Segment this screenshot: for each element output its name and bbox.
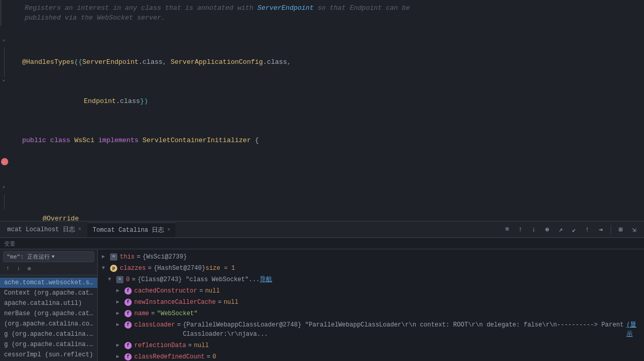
- var-this[interactable]: ▶ = this = {WsSci@2739}: [98, 251, 644, 263]
- expand-clazzes-icon[interactable]: ▼: [102, 264, 108, 273]
- fold-icon-1[interactable]: ▾: [2, 37, 6, 44]
- var-name-this: this: [120, 252, 135, 262]
- var-val-this: {WsSci@2739}: [142, 252, 187, 262]
- var-eq-this: =: [137, 252, 140, 262]
- separator-1: [611, 225, 611, 234]
- stack-item-7[interactable]: cessorImpl (sun.reflect): [0, 350, 97, 360]
- var-reflection-data[interactable]: ▶ f reflectionData = null: [98, 340, 644, 351]
- var-eq-clazzes: =: [148, 264, 151, 273]
- expand-redefined-icon[interactable]: ▶: [116, 352, 122, 361]
- expand-new-instance-icon[interactable]: ▶: [116, 298, 122, 307]
- down-toolbar-btn[interactable]: ↓: [528, 224, 540, 235]
- export-toolbar-btn[interactable]: ↗: [555, 224, 566, 235]
- var-name-cached: cachedConstructor: [134, 286, 197, 296]
- var-eq-reflection: =: [188, 341, 192, 350]
- var-val-clazzes-size: size = 1: [205, 264, 235, 273]
- navigate-link[interactable]: 导航: [260, 275, 272, 284]
- var-eq-redefined: =: [207, 352, 210, 361]
- fold-line-2: [4, 194, 5, 210]
- paren-1: (: [74, 57, 78, 67]
- tab-close-1[interactable]: ×: [78, 227, 81, 232]
- var-icon-new-instance: f: [124, 299, 132, 306]
- filter-toolbar-btn[interactable]: ⊛: [542, 224, 553, 235]
- debug-dropdown-btn[interactable]: "me": 正在运行 ▼: [3, 251, 94, 262]
- expand-classloader-icon[interactable]: ▶: [116, 320, 122, 330]
- var-val-new-instance: null: [224, 298, 239, 307]
- var-val-reflection: null: [194, 341, 209, 350]
- code-line-3: public class WsSci implements ServletCon…: [18, 135, 644, 145]
- var-clazzes[interactable]: ▼ p clazzes = {HashSet@2740} size = 1: [98, 263, 644, 274]
- var-redefined-count[interactable]: ▶ f classRedefinedCount = 0: [98, 351, 644, 361]
- fold-icon-2[interactable]: ▾: [2, 77, 6, 84]
- var-eq-0: =: [132, 275, 135, 284]
- var-icon-name: f: [124, 310, 132, 317]
- stack-item-6[interactable]: g (org.apache.catalina.startup): [0, 339, 97, 350]
- var-val-name: "WebSocket": [157, 309, 198, 318]
- var-icon-cached: f: [124, 287, 132, 295]
- var-val-0: {Class@2743} "class WebSocket"...: [137, 275, 260, 284]
- var-name-redefined: classRedefinedCount: [134, 352, 205, 361]
- var-val-clazzes: {HashSet@2740}: [154, 264, 206, 273]
- current-line-arrow: →: [2, 159, 5, 165]
- var-icon-reflection: f: [124, 342, 132, 349]
- fold-icon-3[interactable]: ▾: [2, 184, 6, 191]
- stack-item-0[interactable]: ache.tomcat.websocket.server): [0, 278, 97, 288]
- comment-text: Registers an interest in any class that …: [25, 4, 257, 12]
- var-name-reflection: reflectionData: [134, 341, 186, 350]
- var-classloader[interactable]: ▶ f classLoader = {ParallelWebappClassLo…: [98, 319, 644, 340]
- tab-close-2[interactable]: ×: [167, 227, 170, 233]
- var-name-0: 0: [126, 275, 130, 284]
- code-line-1: @HandlesTypes({ServerEndpoint.class, Ser…: [18, 55, 644, 67]
- var-cached-constructor[interactable]: ▶ f cachedConstructor = null: [98, 285, 644, 297]
- server-endpoint-link[interactable]: ServerEndpoint: [257, 4, 313, 12]
- var-name-new-instance: newInstanceCallerCache: [134, 298, 216, 307]
- expand2-toolbar-btn[interactable]: ⇲: [629, 224, 640, 235]
- expand-cached-icon[interactable]: ▶: [116, 286, 122, 296]
- tab-bar: mcat Localhost 日志 × Tomcat Catalina 日志 ×…: [0, 221, 644, 238]
- step-over-down-btn[interactable]: ↓: [14, 264, 23, 273]
- call-stack-list: ache.tomcat.websocket.server) Context (o…: [0, 276, 98, 361]
- fold-line-1: [4, 47, 5, 77]
- up2-toolbar-btn[interactable]: ↑: [582, 224, 593, 235]
- dropdown-label: "me": 正在运行: [7, 253, 50, 261]
- var-val-classloader: {ParallelWebappClassLoader@2748} "Parall…: [183, 320, 626, 339]
- var-clazzes-0[interactable]: ▼ = 0 = {Class@2743} "class WebSocket"..…: [98, 274, 644, 285]
- tab-catalina-log[interactable]: Tomcat Catalina 日志 ×: [87, 222, 175, 237]
- var-new-instance[interactable]: ▶ f newInstanceCallerCache = null: [98, 297, 644, 308]
- annotation-1: @HandlesTypes: [22, 57, 74, 67]
- var-eq-name: =: [151, 309, 155, 318]
- stack-item-4[interactable]: (org.apache.catalina.core): [0, 319, 97, 329]
- stack-item-5[interactable]: g (org.apache.catalina.core): [0, 329, 97, 339]
- step-over-up-btn[interactable]: ↑: [3, 264, 12, 273]
- var-eq-classloader: =: [177, 320, 181, 330]
- var-icon-this: =: [110, 253, 117, 261]
- expand-class-icon[interactable]: ▼: [108, 275, 114, 284]
- classloader-show-link[interactable]: (显示: [627, 320, 640, 339]
- stack-item-2[interactable]: apache.catalina.util): [0, 298, 97, 308]
- stack-item-1[interactable]: Context (org.apache.catalina.core: [0, 288, 97, 298]
- nav-toolbar-btn[interactable]: ⇥: [595, 224, 606, 235]
- expand-this-icon[interactable]: ▶: [102, 252, 108, 262]
- var-icon-redefined: f: [124, 353, 132, 360]
- table-toolbar-btn[interactable]: ⊞: [615, 224, 627, 235]
- var-name-classloader: classLoader: [134, 320, 175, 330]
- tab-localhost-log[interactable]: mcat Localhost 日志 ×: [2, 222, 86, 237]
- debug-dropdown-area: "me": 正在运行 ▼ ↑ ↓ ⊘: [0, 249, 97, 276]
- list-toolbar-btn[interactable]: ≡: [502, 224, 513, 235]
- var-icon-clazzes: p: [110, 265, 117, 272]
- code-line-5: @Override: [18, 214, 644, 221]
- expand-name-icon[interactable]: ▶: [116, 309, 122, 318]
- expand-reflection-icon[interactable]: ▶: [116, 341, 122, 350]
- code-editor: Registers an interest in any class that …: [0, 0, 644, 221]
- variables-section: "me": 正在运行 ▼ ↑ ↓ ⊘ ache.tomcat.websocket…: [0, 249, 644, 361]
- import-toolbar-btn[interactable]: ↙: [568, 224, 580, 235]
- var-name-name: name: [134, 309, 149, 318]
- var-val-redefined: 0: [212, 352, 216, 361]
- up-toolbar-btn[interactable]: ↑: [515, 224, 526, 235]
- variables-list: ▶ = this = {WsSci@2739} ▼ p clazzes = {H…: [98, 249, 644, 361]
- var-name-field[interactable]: ▶ f name = "WebSocket": [98, 308, 644, 319]
- filter-stack-btn[interactable]: ⊘: [25, 264, 34, 273]
- code-line-4: [18, 175, 644, 184]
- stack-item-3[interactable]: nerBase (org.apache.catalina.co: [0, 308, 97, 319]
- tab-toolbar: ≡ ↑ ↓ ⊛ ↗ ↙ ↑ ⇥ ⊞ ⇲: [502, 224, 642, 235]
